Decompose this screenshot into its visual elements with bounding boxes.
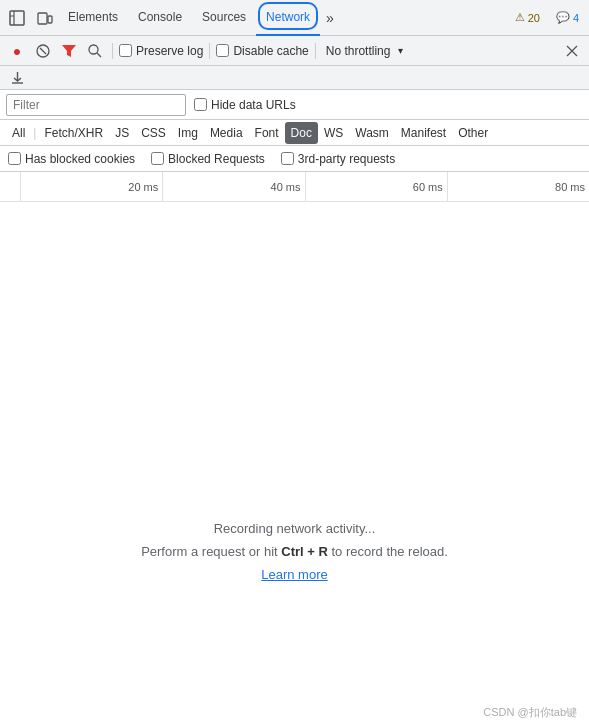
warning-badge[interactable]: ⚠ 20	[509, 9, 546, 26]
recording-text: Recording network activity...	[214, 521, 376, 536]
tick-40ms: 40 ms	[162, 172, 304, 201]
filter-icon[interactable]	[58, 40, 80, 62]
throttling-dropdown-icon[interactable]: ▾	[398, 45, 403, 56]
tick-20ms: 20 ms	[20, 172, 162, 201]
tab-bar: Elements Console Sources Network » ⚠ 20 …	[0, 0, 589, 36]
settings-icon[interactable]	[561, 40, 583, 62]
perform-text: Perform a request or hit Ctrl + R to rec…	[141, 544, 448, 559]
search-icon[interactable]	[84, 40, 106, 62]
message-icon: 💬	[556, 11, 570, 24]
filter-all[interactable]: All	[6, 122, 31, 144]
more-tabs-icon[interactable]: »	[320, 10, 340, 26]
blocked-requests-checkbox[interactable]	[151, 152, 164, 165]
has-blocked-cookies-label[interactable]: Has blocked cookies	[8, 152, 135, 166]
record-button[interactable]: ●	[6, 40, 28, 62]
svg-point-6	[89, 45, 98, 54]
hide-data-urls-checkbox[interactable]	[194, 98, 207, 111]
tab-bar-right: ⚠ 20 💬 4	[509, 9, 585, 26]
filter-ws[interactable]: WS	[318, 122, 349, 144]
filter-font[interactable]: Font	[249, 122, 285, 144]
filter-other[interactable]: Other	[452, 122, 494, 144]
filter-img[interactable]: Img	[172, 122, 204, 144]
third-party-requests-label[interactable]: 3rd-party requests	[281, 152, 395, 166]
warning-icon: ⚠	[515, 11, 525, 24]
toolbar-divider-1	[112, 43, 113, 59]
watermark: CSDN @扣你tab键	[483, 705, 577, 720]
svg-marker-5	[62, 45, 76, 57]
svg-line-7	[97, 53, 101, 57]
filter-type-bar: All | Fetch/XHR JS CSS Img Media Font Do…	[0, 120, 589, 146]
disable-cache-checkbox[interactable]	[216, 44, 229, 57]
device-toggle-icon[interactable]	[32, 5, 58, 31]
throttling-selector[interactable]: No throttling	[322, 44, 395, 58]
tick-60ms: 60 ms	[305, 172, 447, 201]
svg-rect-2	[48, 16, 52, 23]
main-toolbar: ● Preserve log Disable cache No throttli…	[0, 36, 589, 66]
timeline-ticks: 20 ms 40 ms 60 ms 80 ms	[20, 172, 589, 201]
download-button[interactable]	[6, 67, 28, 89]
svg-rect-0	[10, 11, 24, 25]
has-blocked-cookies-checkbox[interactable]	[8, 152, 21, 165]
message-badge[interactable]: 💬 4	[550, 9, 585, 26]
blocked-requests-label[interactable]: Blocked Requests	[151, 152, 265, 166]
filter-js[interactable]: JS	[109, 122, 135, 144]
filter-css[interactable]: CSS	[135, 122, 172, 144]
preserve-log-label[interactable]: Preserve log	[119, 44, 203, 58]
toolbar-divider-3	[315, 43, 316, 59]
hide-data-urls-label[interactable]: Hide data URLs	[194, 98, 296, 112]
tick-80ms: 80 ms	[447, 172, 589, 201]
tab-items: Elements Console Sources Network »	[58, 0, 509, 36]
toolbar-divider-2	[209, 43, 210, 59]
tab-network[interactable]: Network	[256, 0, 320, 36]
filter-media[interactable]: Media	[204, 122, 249, 144]
clear-button[interactable]	[32, 40, 54, 62]
preserve-log-checkbox[interactable]	[119, 44, 132, 57]
third-party-requests-checkbox[interactable]	[281, 152, 294, 165]
blocked-bar: Has blocked cookies Blocked Requests 3rd…	[0, 146, 589, 172]
tab-console[interactable]: Console	[128, 0, 192, 36]
filter-doc[interactable]: Doc	[285, 122, 318, 144]
main-content: Recording network activity... Perform a …	[0, 202, 589, 642]
filter-input[interactable]	[6, 94, 186, 116]
timeline-header: 20 ms 40 ms 60 ms 80 ms	[0, 172, 589, 202]
disable-cache-label[interactable]: Disable cache	[216, 44, 308, 58]
empty-state: Recording network activity... Perform a …	[141, 521, 448, 582]
tab-sources[interactable]: Sources	[192, 0, 256, 36]
filter-fetch-xhr[interactable]: Fetch/XHR	[38, 122, 109, 144]
inspector-icon[interactable]	[4, 5, 30, 31]
svg-rect-1	[38, 13, 47, 24]
svg-line-4	[40, 48, 46, 54]
learn-more-link[interactable]: Learn more	[261, 567, 327, 582]
tab-elements[interactable]: Elements	[58, 0, 128, 36]
filter-wasm[interactable]: Wasm	[349, 122, 395, 144]
filter-row: Hide data URLs	[0, 90, 589, 120]
filter-manifest[interactable]: Manifest	[395, 122, 452, 144]
